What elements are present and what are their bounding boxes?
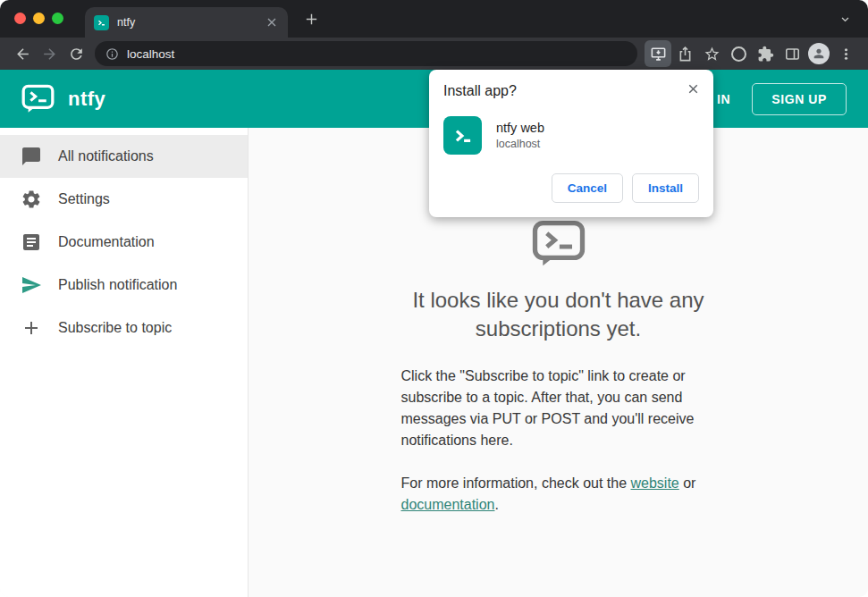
minimize-window-button[interactable]: [33, 13, 45, 24]
sidebar-item-label: Publish notification: [58, 277, 177, 293]
app-brand-name: ntfy: [68, 88, 105, 111]
browser-toolbar: localhost: [0, 38, 868, 70]
zoom-window-button[interactable]: [52, 13, 63, 24]
empty-state-title: It looks like you don't have any subscri…: [359, 286, 758, 343]
install-app-button[interactable]: [645, 40, 671, 67]
tab-search-chevron-icon[interactable]: [839, 13, 852, 26]
sidebar-item-label: Settings: [58, 191, 110, 207]
sidebar-item-label: All notifications: [58, 148, 154, 164]
profile-button[interactable]: [805, 40, 832, 67]
side-panel-button[interactable]: [779, 40, 805, 67]
sidebar-item-publish-notification[interactable]: Publish notification: [0, 264, 248, 307]
tab-close-icon[interactable]: [265, 15, 279, 29]
address-url: localhost: [127, 47, 174, 61]
article-icon: [21, 231, 42, 253]
sidebar-item-subscribe-to-topic[interactable]: Subscribe to topic: [0, 307, 248, 349]
more-info-text: For more information, check out the: [401, 475, 631, 491]
sidebar: All notifications Settings Documentation…: [0, 128, 249, 597]
sidebar-item-all-notifications[interactable]: All notifications: [0, 135, 248, 178]
extension-badge-button[interactable]: [725, 40, 752, 67]
traffic-lights: [14, 13, 63, 24]
share-button[interactable]: [671, 40, 698, 67]
send-icon: [21, 274, 42, 296]
cancel-button[interactable]: Cancel: [552, 173, 623, 203]
browser-window: ntfy localhost ntfy SIGN IN SIGN UP: [0, 0, 868, 597]
sidebar-item-settings[interactable]: Settings: [0, 178, 248, 221]
chat-icon: [21, 146, 42, 167]
more-info-paragraph: For more information, check out the webs…: [401, 473, 716, 516]
install-app-origin: localhost: [496, 138, 544, 150]
install-dialog-app-row: ntfy web localhost: [443, 116, 699, 155]
install-app-name: ntfy web: [496, 121, 544, 135]
bookmark-star-button[interactable]: [698, 40, 725, 67]
empty-state: It looks like you don't have any subscri…: [359, 220, 758, 516]
tab-favicon-icon: [94, 15, 109, 30]
more-info-text: .: [494, 497, 498, 512]
install-dialog-title: Install app?: [443, 83, 699, 99]
sidebar-item-label: Documentation: [58, 234, 155, 250]
browser-menu-button[interactable]: [832, 40, 859, 67]
new-tab-button[interactable]: [304, 12, 319, 27]
extension-badge-icon: [731, 46, 746, 62]
website-link[interactable]: website: [631, 475, 679, 491]
refresh-button[interactable]: [63, 40, 89, 67]
back-button[interactable]: [9, 40, 36, 67]
sidebar-item-documentation[interactable]: Documentation: [0, 221, 248, 264]
dialog-close-icon[interactable]: [686, 81, 701, 97]
tab-title: ntfy: [117, 16, 257, 29]
documentation-link[interactable]: documentation: [401, 497, 495, 512]
forward-button[interactable]: [36, 40, 63, 67]
ntfy-logo-large-icon: [530, 220, 587, 267]
extensions-button[interactable]: [752, 40, 779, 67]
ntfy-app-icon: [443, 116, 482, 155]
address-bar[interactable]: localhost: [95, 41, 637, 66]
tab-strip: ntfy: [0, 0, 868, 38]
install-dialog-actions: Cancel Install: [443, 173, 699, 203]
sign-up-button[interactable]: SIGN UP: [752, 83, 847, 115]
empty-state-paragraph: Click the "Subscribe to topic" link to c…: [401, 366, 716, 451]
more-info-text: or: [679, 475, 696, 491]
profile-avatar: [808, 43, 830, 64]
plus-icon: [21, 317, 42, 339]
site-info-icon[interactable]: [105, 47, 119, 61]
browser-tab[interactable]: ntfy: [85, 7, 288, 38]
ntfy-logo-icon: [21, 84, 55, 114]
sidebar-item-label: Subscribe to topic: [58, 320, 172, 336]
gear-icon: [21, 189, 42, 210]
install-button[interactable]: Install: [632, 173, 699, 203]
install-app-dialog: Install app? ntfy web localhost Cancel I…: [429, 70, 713, 217]
close-window-button[interactable]: [14, 13, 26, 24]
